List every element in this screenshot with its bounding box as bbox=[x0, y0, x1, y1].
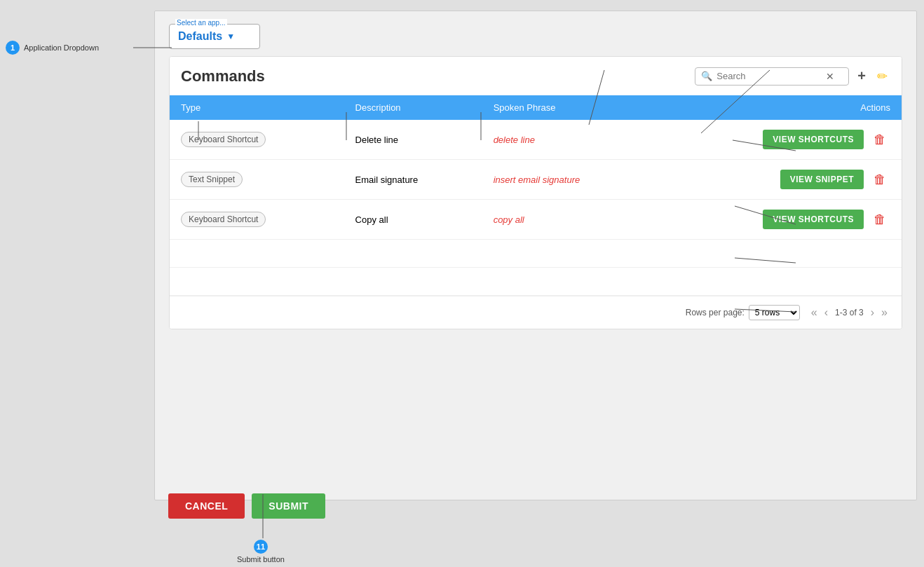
commands-header: Commands 🔍 ✕ + ✏ bbox=[170, 57, 902, 95]
col-description: Description bbox=[344, 95, 482, 120]
search-icon: 🔍 bbox=[701, 71, 712, 81]
col-spoken-phrase: Spoken Phrase bbox=[482, 95, 659, 120]
view-snippet-button[interactable]: VIEW SNIPPET bbox=[780, 170, 864, 189]
type-badge-keyboard-shortcut-3: Keyboard Shortcut bbox=[181, 212, 266, 227]
table-header-row: Type Description Spoken Phrase Actions bbox=[170, 95, 902, 120]
edit-command-button[interactable]: ✏ bbox=[874, 66, 890, 87]
add-command-button[interactable]: + bbox=[855, 65, 869, 87]
col-actions: Actions bbox=[659, 95, 902, 120]
table-row: Keyboard Shortcut Delete line delete lin… bbox=[170, 120, 902, 160]
commands-panel: Commands 🔍 ✕ + ✏ Type Description bbox=[169, 56, 902, 329]
page-info: 1-3 of 3 bbox=[832, 308, 867, 317]
annotation-label-app-dropdown: Application Dropdown bbox=[24, 43, 99, 52]
spoken-phrase-2: insert email signature bbox=[494, 175, 580, 185]
view-shortcuts-button-3[interactable]: VIEW SHORTCUTS bbox=[763, 210, 864, 229]
empty-row bbox=[170, 268, 902, 296]
delete-command-button-3[interactable]: 🗑 bbox=[869, 211, 890, 228]
cell-description-2: Email signature bbox=[344, 160, 482, 200]
empty-row bbox=[170, 240, 902, 268]
cancel-button[interactable]: CANCEL bbox=[168, 493, 245, 519]
badge-11: 11 bbox=[254, 540, 268, 554]
annotation-submit: 11 Submit button bbox=[237, 540, 285, 563]
cell-actions-3: VIEW SHORTCUTS 🗑 bbox=[659, 200, 902, 240]
first-page-button[interactable]: « bbox=[808, 305, 820, 320]
cell-description-3: Copy all bbox=[344, 200, 482, 240]
prev-page-button[interactable]: ‹ bbox=[822, 305, 831, 320]
chevron-down-icon: ▼ bbox=[226, 32, 235, 41]
app-dropdown-value: Defaults bbox=[178, 30, 222, 43]
commands-title: Commands bbox=[181, 67, 265, 86]
badge-1: 1 bbox=[6, 41, 20, 55]
cell-type-3: Keyboard Shortcut bbox=[170, 200, 344, 240]
delete-command-button-2[interactable]: 🗑 bbox=[869, 171, 890, 189]
cell-spoken-2: insert email signature bbox=[482, 160, 659, 200]
delete-command-button-1[interactable]: 🗑 bbox=[869, 131, 890, 149]
type-badge-keyboard-shortcut-1: Keyboard Shortcut bbox=[181, 132, 266, 147]
type-badge-text-snippet: Text Snippet bbox=[181, 172, 243, 187]
view-shortcuts-button-1[interactable]: VIEW SHORTCUTS bbox=[763, 130, 864, 149]
table-row: Text Snippet Email signature insert emai… bbox=[170, 160, 902, 200]
page-navigation: « ‹ 1-3 of 3 › » bbox=[808, 305, 890, 320]
rows-per-page: Rows per page: 5 rows 10 rows 25 rows bbox=[686, 305, 800, 320]
close-icon[interactable]: ✕ bbox=[826, 71, 834, 82]
cell-actions-2: VIEW SNIPPET 🗑 bbox=[659, 160, 902, 200]
search-input[interactable] bbox=[716, 71, 822, 81]
rows-per-page-label: Rows per page: bbox=[686, 308, 745, 317]
pagination-area: Rows per page: 5 rows 10 rows 25 rows « … bbox=[170, 296, 902, 329]
next-page-button[interactable]: › bbox=[868, 305, 877, 320]
search-box: 🔍 ✕ bbox=[695, 67, 849, 86]
commands-table: Type Description Spoken Phrase Actions K… bbox=[170, 95, 902, 296]
cell-actions-1: VIEW SHORTCUTS 🗑 bbox=[659, 120, 902, 160]
last-page-button[interactable]: » bbox=[878, 305, 890, 320]
cell-description-1: Delete line bbox=[344, 120, 482, 160]
app-dropdown[interactable]: Select an app... Defaults ▼ bbox=[169, 24, 260, 49]
cell-type-1: Keyboard Shortcut bbox=[170, 120, 344, 160]
spoken-phrase-3: copy all bbox=[494, 214, 524, 225]
table-row: Keyboard Shortcut Copy all copy all VIEW… bbox=[170, 200, 902, 240]
cell-type-2: Text Snippet bbox=[170, 160, 344, 200]
rows-per-page-select[interactable]: 5 rows 10 rows 25 rows bbox=[749, 305, 800, 320]
app-dropdown-label: Select an app... bbox=[175, 19, 227, 27]
cell-spoken-1: delete line bbox=[482, 120, 659, 160]
annotation-app-dropdown: 1 Application Dropdown bbox=[6, 41, 99, 55]
commands-actions: 🔍 ✕ + ✏ bbox=[695, 65, 890, 87]
annotation-label-submit: Submit button bbox=[237, 555, 285, 563]
col-type: Type bbox=[170, 95, 344, 120]
spoken-phrase-1: delete line bbox=[494, 135, 535, 145]
bottom-actions: CANCEL SUBMIT bbox=[154, 484, 339, 528]
cell-spoken-3: copy all bbox=[482, 200, 659, 240]
submit-button[interactable]: SUBMIT bbox=[252, 493, 325, 519]
